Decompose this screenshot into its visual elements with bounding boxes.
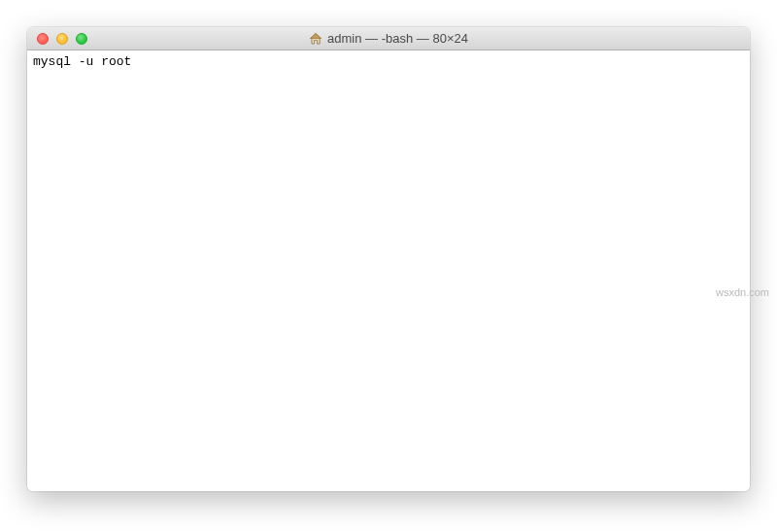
home-icon bbox=[309, 32, 322, 46]
watermark: wsxdn.com bbox=[716, 286, 769, 298]
terminal-line: mysql -u root bbox=[33, 54, 744, 71]
window-title-container: admin — -bash — 80×24 bbox=[309, 31, 468, 46]
window-title: admin — -bash — 80×24 bbox=[327, 31, 468, 46]
traffic-lights bbox=[27, 33, 87, 45]
minimize-button[interactable] bbox=[56, 33, 68, 45]
terminal-content[interactable]: mysql -u root bbox=[27, 50, 750, 491]
titlebar[interactable]: admin — -bash — 80×24 bbox=[27, 27, 750, 50]
terminal-window: admin — -bash — 80×24 mysql -u root bbox=[27, 27, 750, 491]
maximize-button[interactable] bbox=[76, 33, 87, 45]
close-button[interactable] bbox=[37, 33, 49, 45]
